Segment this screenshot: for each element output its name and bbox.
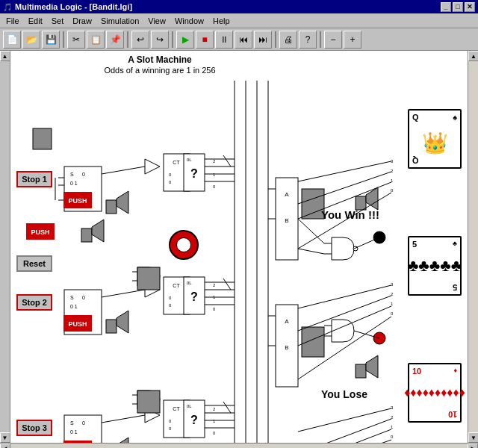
forward-button[interactable]: ⏭ [254,31,272,49]
svg-text:1: 1 [213,419,216,423]
svg-text:0: 0 [391,311,394,316]
svg-rect-68 [184,400,205,438]
svg-line-153 [298,440,391,443]
open-button[interactable]: 📂 [22,31,40,49]
circuit-diagram: A Slot Machine Odds of a winning are 1 i… [10,51,468,443]
svg-text:1: 1 [391,178,394,183]
svg-text:0: 0 [391,435,394,439]
svg-text:0L: 0L [187,281,192,285]
svg-text:Odds of a winning are 1 in 256: Odds of a winning are 1 in 256 [104,66,215,75]
menu-window[interactable]: Window [170,15,208,27]
svg-line-33 [102,290,145,297]
svg-line-142 [298,161,391,181]
menu-help[interactable]: Help [208,15,235,27]
svg-text:1: 1 [213,295,216,299]
svg-marker-32 [145,282,160,297]
app-icon: 🎵 [3,3,12,11]
menu-set[interactable]: Set [47,15,69,27]
svg-line-112 [223,155,231,167]
svg-text:A Slot Machine: A Slot Machine [128,55,192,65]
svg-text:0: 0 [169,180,172,184]
svg-text:0 1: 0 1 [70,304,78,309]
svg-text:0L: 0L [187,404,192,408]
save-button[interactable]: 💾 [42,31,60,49]
svg-rect-83 [356,196,366,210]
title-bar-controls: _ □ ✕ [441,2,475,12]
svg-text:0: 0 [169,303,172,308]
cut-button[interactable]: ✂ [67,31,85,49]
svg-text:B: B [285,344,288,351]
menu-view[interactable]: View [143,15,170,27]
svg-rect-61 [184,277,205,314]
svg-text:0: 0 [213,431,216,435]
scroll-left-btn[interactable]: ◄ [0,444,10,449]
svg-text:PUSH: PUSH [31,228,49,236]
zoom-out-button[interactable]: − [324,31,342,49]
svg-line-117 [354,237,379,249]
svg-line-114 [223,402,231,413]
toolbar-sep-2 [127,31,128,48]
svg-rect-76 [276,305,298,387]
help-button[interactable]: ? [299,31,317,49]
scroll-down-right-btn[interactable]: ▼ [468,432,478,443]
menu-edit[interactable]: Edit [24,15,47,27]
stop1-button[interactable]: Stop 1 [16,171,52,187]
slot-display-circle [169,230,199,260]
svg-point-99 [373,231,385,243]
toolbar-sep-4 [275,31,276,48]
svg-text:?: ? [190,414,198,426]
svg-line-148 [298,306,391,346]
redo-button[interactable]: ↪ [151,31,169,49]
play-button[interactable]: ▶ [176,31,194,49]
stop-button[interactable]: ■ [196,31,214,49]
print-button[interactable]: 🖨 [279,31,297,49]
stop2-button[interactable]: Stop 2 [16,294,52,311]
pause-button[interactable]: ⏸ [215,31,233,49]
svg-text:A: A [285,318,289,325]
maximize-btn[interactable]: □ [453,2,463,12]
svg-rect-38 [64,415,102,443]
svg-text:PUSH: PUSH [68,320,87,328]
svg-text:A: A [285,191,289,198]
svg-text:3: 3 [391,405,394,410]
svg-point-98 [373,332,385,344]
svg-text:2: 2 [391,415,394,420]
scroll-right-btn[interactable]: ► [468,444,478,449]
rewind-button[interactable]: ⏮ [235,31,252,49]
svg-text:1: 1 [213,172,216,177]
svg-text:PUSH: PUSH [68,197,87,205]
svg-marker-49 [117,438,128,443]
menu-file[interactable]: File [1,15,24,27]
svg-text:2: 2 [213,159,216,164]
new-button[interactable]: 📄 [3,31,21,49]
svg-rect-10 [64,167,102,211]
svg-text:?: ? [190,290,198,303]
undo-button[interactable]: ↩ [131,31,149,49]
minimize-btn[interactable]: _ [441,2,451,12]
scroll-up-right-btn[interactable]: ▲ [468,51,478,61]
toolbar-sep-3 [172,31,173,48]
svg-text:R: R [70,441,74,443]
scroll-down-btn[interactable]: ▼ [0,432,10,443]
svg-text:S: S [70,295,74,300]
close-btn[interactable]: ✕ [465,2,475,12]
stop3-button[interactable]: Stop 3 [16,420,52,436]
svg-rect-24 [81,228,92,242]
menu-simulation[interactable]: Simulation [96,15,143,27]
scroll-up-btn[interactable]: ▲ [0,51,10,61]
scroll-track-horizontal [10,444,468,448]
svg-text:?: ? [190,167,198,180]
menu-draw[interactable]: Draw [68,15,96,27]
canvas-area: A Slot Machine Odds of a winning are 1 i… [10,51,468,443]
paste-button[interactable]: 📌 [106,31,124,49]
title-bar: 🎵 Multimedia Logic - [Bandit.lgi] _ □ ✕ [0,0,478,13]
svg-text:S: S [70,172,74,177]
copy-button[interactable]: 📋 [87,31,105,49]
svg-text:0: 0 [82,192,85,197]
toolbar: 📄 📂 💾 ✂ 📋 📌 ↩ ↪ ▶ ■ ⏸ ⏮ ⏭ 🖨 ? − + [0,28,478,51]
right-scrollbar: ▲ ▼ [468,51,478,443]
svg-rect-54 [184,154,205,191]
svg-line-143 [298,172,391,204]
reset-button[interactable]: Reset [16,255,52,272]
zoom-in-button[interactable]: + [344,31,361,49]
